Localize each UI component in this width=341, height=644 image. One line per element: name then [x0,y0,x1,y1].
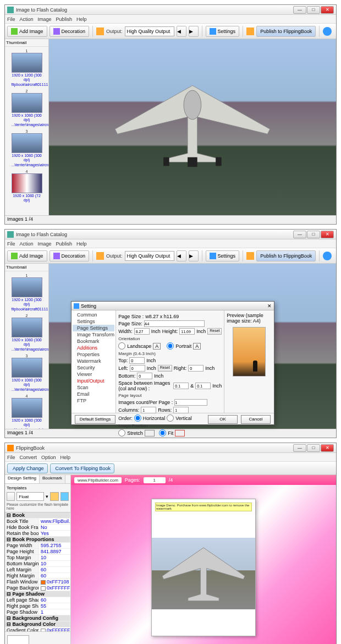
landscape-radio[interactable] [118,342,125,350]
prop-row[interactable]: Retain the book to centerYes [5,531,70,537]
menu-help[interactable]: Help [61,455,71,460]
menu-convert[interactable]: Convert [20,455,37,460]
convert-button[interactable]: Convert To Flipping Book [50,463,114,473]
publish-button[interactable]: Publish to FlippingBook [256,250,316,261]
tree-bookmark[interactable]: Bookmark [73,338,114,345]
close-button[interactable]: ✕ [321,231,334,238]
cancel-button[interactable]: Cancel [241,415,271,424]
menu-image[interactable]: Image [38,241,52,247]
minimize-button[interactable]: — [293,6,306,14]
prop-row[interactable]: Book Titlewww.FlipBuil... [5,519,70,525]
url-display[interactable]: www.FlipBuilder.com [74,477,122,483]
close-button[interactable]: ✕ [321,6,334,14]
add-image-button[interactable]: Add Image [7,26,47,37]
tree-page[interactable]: Page Settings [73,325,114,331]
vertical-radio[interactable] [167,414,174,422]
property-grid[interactable]: ⊟ BookBook Titlewww.FlipBuil...Hide Book… [5,512,70,631]
prop-row[interactable]: Page Height841.8897 [5,549,70,555]
thumbnail-4[interactable]: 41920 x 1080 (72 dpi) [12,170,42,203]
menu-image[interactable]: Image [38,17,52,22]
rows-input[interactable] [173,407,189,413]
bottom-margin[interactable] [137,373,152,379]
default-settings-button[interactable]: Default Settings [75,415,116,424]
images-per-page[interactable] [174,399,207,406]
template-extra-1[interactable] [50,492,58,501]
output-select[interactable] [125,251,174,261]
tree-viewer[interactable]: Viewer [73,371,114,378]
tree-scan[interactable]: Scan [73,384,114,391]
menu-help[interactable]: Help [76,241,87,247]
dropdown-icon[interactable]: ▾ [46,494,48,499]
prop-group[interactable]: ⊟ Book [5,512,70,519]
prop-row[interactable]: Top Margin10 [5,555,70,561]
add-image-button[interactable]: Add Image [7,250,47,261]
window-titlebar[interactable]: Image to Flash Catalog — □ ✕ [5,5,336,15]
right-margin[interactable] [188,365,204,372]
prop-row[interactable]: Right Margin60 [5,573,70,579]
menu-action[interactable]: Action [20,241,34,247]
maximize-button[interactable]: □ [307,444,320,452]
help-icon[interactable] [323,27,332,36]
thumbnail-3[interactable]: 31920 x 1080 (300 dpi)...\terrier\images… [12,129,42,167]
output-next-button[interactable]: ▶ [189,250,199,261]
tree-common[interactable]: Common Settings [73,312,114,325]
tree-security[interactable]: Security [73,364,114,371]
menu-publish[interactable]: Publish [56,17,73,22]
help-icon[interactable] [323,252,332,260]
settings-button[interactable]: Settings [206,250,240,261]
thumbnail-2[interactable]: 21920 x 1080 (300 dpi)...\terrier\images… [12,314,42,352]
prop-row[interactable]: Gradient Color A0xFFFFFF [5,627,70,631]
menu-help[interactable]: Help [76,17,87,22]
portrait-radio[interactable] [167,342,174,350]
pagesize-select[interactable] [144,320,205,327]
maximize-button[interactable]: □ [307,231,320,238]
menu-action[interactable]: Action [20,17,34,22]
tree-ftp[interactable]: FTP [73,397,114,404]
reset-size-button[interactable]: Reset [207,328,222,335]
maximize-button[interactable]: □ [307,6,320,14]
output-prev-button[interactable]: ◀ [177,26,186,37]
prop-row[interactable]: Page Shadow Opacity1 [5,609,70,615]
output-next-button[interactable]: ▶ [189,26,199,37]
prop-row[interactable]: Left page Shadow60 [5,597,70,603]
space-row[interactable] [195,383,211,389]
menu-file[interactable]: File [7,455,15,460]
dialog-title[interactable]: Setting✕ [72,302,274,310]
left-margin[interactable] [130,365,145,372]
publish-button[interactable]: Publish to FlippingBook [256,26,316,37]
thumbnail-2[interactable]: 21920 x 1080 (300 dpi)...\terrier\images… [12,89,42,127]
window-titlebar[interactable]: Image to Flash Catalog —□✕ [5,230,336,239]
decoration-button[interactable]: Decoration [50,250,90,261]
prop-group[interactable]: ⊟ Background Config [5,615,70,621]
menu-option[interactable]: Option [41,455,56,460]
template-extra-2[interactable] [61,492,69,501]
minimize-button[interactable]: — [293,444,306,452]
template-select[interactable] [16,492,44,501]
space-col[interactable] [173,383,189,389]
thumbnail-3[interactable]: 31920 x 1080 (300 dpi)...\terrier\images… [12,354,42,392]
menu-publish[interactable]: Publish [56,241,73,247]
menu-file[interactable]: File [7,241,15,247]
stretch-radio[interactable] [118,429,125,436]
tree-properties[interactable]: Properties [73,351,114,358]
menu-file[interactable]: File [7,17,15,22]
tree-email[interactable]: Email [73,391,114,397]
thumbnail-4[interactable]: 41920 x 1080 (300 dpi)...\terrier\images… [12,394,42,429]
thumbnail-1[interactable]: 11920 x 1200 (300 dpi)flipbook\aircraft0… [12,274,42,312]
prop-row[interactable]: Left Margin60 [5,567,70,573]
prop-row[interactable]: Flash Window Color0xFF7108 [5,579,70,585]
close-button[interactable]: ✕ [321,444,334,452]
book-stage[interactable]: Image Demo. Purchase from www.flipbuilde… [71,485,336,644]
apply-change-button[interactable]: Apply Change [7,463,48,473]
window-titlebar[interactable]: FlippingBook —□✕ [5,443,336,453]
preview-thumb[interactable] [7,635,29,645]
prop-group[interactable]: ⊟ Book Proportions [5,537,70,543]
output-prev-button[interactable]: ◀ [177,250,186,261]
settings-button[interactable]: Settings [206,26,240,37]
columns-input[interactable] [141,407,156,413]
tree-watermark[interactable]: Watermark [73,358,114,364]
tree-io[interactable]: Input/Output [73,378,114,384]
decoration-button[interactable]: Decoration [50,26,90,37]
prop-row[interactable]: Page Background Color0xFFFFFF [5,585,70,591]
horizontal-radio[interactable] [134,414,141,422]
